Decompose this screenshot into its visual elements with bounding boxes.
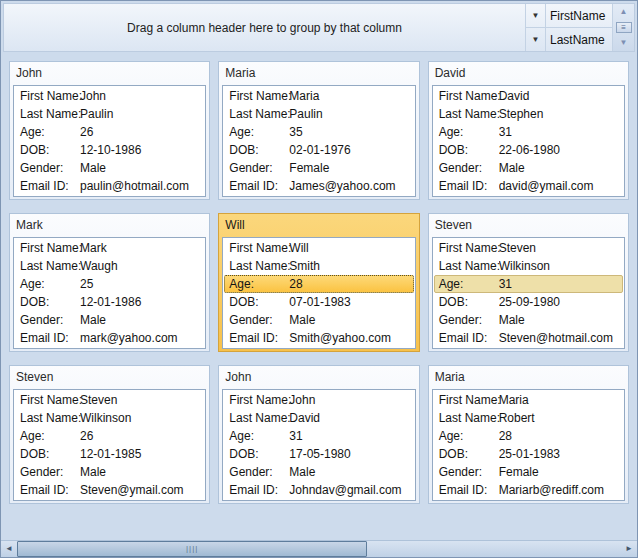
field-value-age: 28: [499, 429, 620, 443]
card-row-first-name[interactable]: First Name: John: [224, 391, 413, 409]
person-card[interactable]: David First Name: David Last Name: Steph…: [428, 61, 629, 200]
field-value-dob: 25-01-1983: [499, 447, 620, 461]
field-value-gender: Female: [499, 465, 620, 479]
sort-row-lastname: ▼ LastName: [526, 27, 612, 51]
card-row-gender[interactable]: Gender: Male: [224, 311, 413, 329]
sort-field-lastname[interactable]: LastName: [546, 33, 612, 47]
card-row-email[interactable]: Email ID: James@yahoo.com: [224, 177, 413, 195]
sort-direction-button-firstname[interactable]: ▼: [526, 4, 546, 27]
card-row-last-name[interactable]: Last Name: Paulin: [15, 105, 204, 123]
card-row-age[interactable]: Age: 35: [224, 123, 413, 141]
person-card[interactable]: Mark First Name: Mark Last Name: Waugh A…: [9, 213, 210, 352]
card-row-dob[interactable]: DOB: 22-06-1980: [434, 141, 623, 159]
person-card[interactable]: Maria First Name: Maria Last Name: Rober…: [428, 365, 629, 504]
card-row-dob[interactable]: DOB: 25-09-1980: [434, 293, 623, 311]
card-row-email[interactable]: Email ID: Mariarb@rediff.com: [434, 481, 623, 499]
card-row-email[interactable]: Email ID: Johndav@gmail.com: [224, 481, 413, 499]
field-value-last-name: Waugh: [80, 259, 201, 273]
field-value-first-name: David: [499, 89, 620, 103]
sort-direction-button-lastname[interactable]: ▼: [526, 28, 546, 51]
card-row-last-name[interactable]: Last Name: Paulin: [224, 105, 413, 123]
field-value-gender: Male: [80, 313, 201, 327]
person-card[interactable]: Maria First Name: Maria Last Name: Pauli…: [218, 61, 419, 200]
card-title: Maria: [432, 366, 625, 389]
card-row-dob[interactable]: DOB: 25-01-1983: [434, 445, 623, 463]
card-row-dob[interactable]: DOB: 12-01-1985: [15, 445, 204, 463]
card-row-email[interactable]: Email ID: Steven@ymail.com: [15, 481, 204, 499]
horizontal-scrollbar: ◄ |||| ►: [1, 540, 637, 557]
card-row-gender[interactable]: Gender: Female: [434, 463, 623, 481]
field-value-email: david@ymail.com: [499, 179, 620, 193]
card-row-first-name[interactable]: First Name: David: [434, 87, 623, 105]
card-row-email[interactable]: Email ID: paulin@hotmail.com: [15, 177, 204, 195]
card-title: Maria: [222, 62, 415, 85]
field-value-last-name: Robert: [499, 411, 620, 425]
card-row-age[interactable]: Age: 31: [434, 275, 623, 293]
sort-scrollbar-thumb[interactable]: ≡: [616, 22, 632, 33]
sort-field-firstname[interactable]: FirstName: [546, 9, 612, 23]
field-label-age: Age:: [229, 277, 289, 291]
scrollbar-thumb[interactable]: ||||: [17, 541, 367, 557]
scroll-up-button[interactable]: ▲: [620, 7, 628, 17]
person-card[interactable]: Steven First Name: Steven Last Name: Wil…: [9, 365, 210, 504]
triangle-up-icon: ▲: [620, 7, 628, 16]
card-row-gender[interactable]: Gender: Male: [224, 463, 413, 481]
person-card[interactable]: Steven First Name: Steven Last Name: Wil…: [428, 213, 629, 352]
card-row-last-name[interactable]: Last Name: Stephen: [434, 105, 623, 123]
card-row-age[interactable]: Age: 31: [434, 123, 623, 141]
card-title: David: [432, 62, 625, 85]
person-card[interactable]: Will First Name: Will Last Name: Smith A…: [218, 213, 419, 352]
card-row-first-name[interactable]: First Name: Will: [224, 239, 413, 257]
scroll-left-button[interactable]: ◄: [1, 541, 17, 557]
field-label-gender: Gender:: [229, 465, 289, 479]
scrollbar-track[interactable]: ||||: [17, 541, 621, 557]
card-row-last-name[interactable]: Last Name: Smith: [224, 257, 413, 275]
field-value-email: James@yahoo.com: [289, 179, 410, 193]
person-card[interactable]: John First Name: John Last Name: David A…: [218, 365, 419, 504]
field-value-first-name: John: [289, 393, 410, 407]
field-value-last-name: Stephen: [499, 107, 620, 121]
card-row-first-name[interactable]: First Name: Mark: [15, 239, 204, 257]
card-row-last-name[interactable]: Last Name: David: [224, 409, 413, 427]
card-row-age[interactable]: Age: 28: [224, 275, 413, 293]
card-row-last-name[interactable]: Last Name: Waugh: [15, 257, 204, 275]
card-row-last-name[interactable]: Last Name: Wilkinson: [434, 257, 623, 275]
card-row-gender[interactable]: Gender: Male: [434, 311, 623, 329]
card-row-gender[interactable]: Gender: Male: [15, 463, 204, 481]
card-row-first-name[interactable]: First Name: Maria: [224, 87, 413, 105]
card-row-last-name[interactable]: Last Name: Wilkinson: [15, 409, 204, 427]
card-row-gender[interactable]: Gender: Male: [15, 159, 204, 177]
scroll-right-button[interactable]: ►: [621, 541, 637, 557]
card-row-email[interactable]: Email ID: mark@yahoo.com: [15, 329, 204, 347]
card-row-gender[interactable]: Gender: Female: [224, 159, 413, 177]
card-row-email[interactable]: Email ID: david@ymail.com: [434, 177, 623, 195]
card-row-dob[interactable]: DOB: 02-01-1976: [224, 141, 413, 159]
card-row-first-name[interactable]: First Name: Steven: [15, 391, 204, 409]
card-row-age[interactable]: Age: 26: [15, 427, 204, 445]
card-row-age[interactable]: Age: 26: [15, 123, 204, 141]
card-row-gender[interactable]: Gender: Male: [15, 311, 204, 329]
card-row-first-name[interactable]: First Name: Maria: [434, 391, 623, 409]
card-title: Steven: [432, 214, 625, 237]
card-row-email[interactable]: Email ID: Steven@hotmail.com: [434, 329, 623, 347]
sort-rows: ▼ FirstName ▼ LastName: [526, 4, 612, 51]
card-row-gender[interactable]: Gender: Male: [434, 159, 623, 177]
card-row-dob[interactable]: DOB: 12-01-1986: [15, 293, 204, 311]
field-value-email: paulin@hotmail.com: [80, 179, 201, 193]
card-row-age[interactable]: Age: 25: [15, 275, 204, 293]
card-row-first-name[interactable]: First Name: John: [15, 87, 204, 105]
field-value-age: 31: [289, 429, 410, 443]
field-value-gender: Male: [80, 161, 201, 175]
field-value-first-name: John: [80, 89, 201, 103]
card-row-email[interactable]: Email ID: Smith@yahoo.com: [224, 329, 413, 347]
card-row-first-name[interactable]: First Name: Steven: [434, 239, 623, 257]
scroll-down-button[interactable]: ▼: [620, 38, 628, 48]
card-row-last-name[interactable]: Last Name: Robert: [434, 409, 623, 427]
card-row-age[interactable]: Age: 31: [224, 427, 413, 445]
card-row-age[interactable]: Age: 28: [434, 427, 623, 445]
card-row-dob[interactable]: DOB: 07-01-1983: [224, 293, 413, 311]
card-row-dob[interactable]: DOB: 17-05-1980: [224, 445, 413, 463]
group-by-drop-area[interactable]: Drag a column header here to group by th…: [4, 4, 525, 51]
card-row-dob[interactable]: DOB: 12-10-1986: [15, 141, 204, 159]
person-card[interactable]: John First Name: John Last Name: Paulin …: [9, 61, 210, 200]
